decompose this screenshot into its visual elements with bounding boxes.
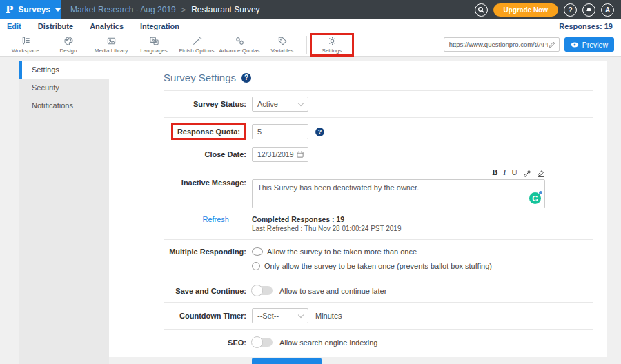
close-date-label: Close Date: <box>164 150 246 159</box>
surveys-menu[interactable]: P Surveys <box>0 0 61 19</box>
toolbar-item-finish-options[interactable]: Finish Options <box>175 36 218 54</box>
bold-button[interactable]: B <box>492 168 497 178</box>
save-continue-toggle[interactable] <box>252 286 273 295</box>
radio-option-once[interactable]: Only allow the survey to be taken once (… <box>252 262 492 270</box>
seo-row: SEO: Allow search engine indexing <box>164 330 593 355</box>
chevron-down-icon <box>298 312 304 317</box>
questionpro-logo: P <box>6 3 13 16</box>
tab-edit[interactable]: Edit <box>7 22 21 30</box>
settings-highlight-box: Settings <box>310 33 354 57</box>
seo-label: SEO: <box>164 338 246 347</box>
countdown-timer-row: Countdown Timer: --Set-- Minutes <box>164 303 593 330</box>
close-date-row: Close Date: 12/31/2019 <box>164 144 593 168</box>
sidebar-item-security[interactable]: Security <box>19 79 109 97</box>
grammarly-icon[interactable]: G <box>529 192 541 204</box>
remove-format-icon[interactable] <box>537 170 545 178</box>
page-title: Survey Settings <box>164 72 236 83</box>
sidebar-item-notifications[interactable]: Notifications <box>19 97 109 114</box>
edit-url-pencil-icon[interactable] <box>548 41 556 49</box>
countdown-timer-label: Countdown Timer: <box>164 312 246 320</box>
responses-count[interactable]: Responses: 19 <box>559 22 613 30</box>
finish-options-wand-icon <box>192 36 202 46</box>
toolbar-item-languages[interactable]: Languages <box>132 36 175 54</box>
survey-url-field[interactable]: https://www.questionpro.com/t/APNrfZ <box>444 37 560 52</box>
advance-quotas-icon <box>235 36 245 46</box>
edit-toolbar: Workspace Design Media Library Languages… <box>0 33 621 57</box>
help-button[interactable]: ? <box>564 3 577 17</box>
languages-icon <box>149 36 159 46</box>
response-quota-highlight-box: Response Quota: <box>171 123 246 140</box>
completed-responses-text: Completed Responses : 19 <box>252 215 344 223</box>
variables-tag-icon <box>277 36 288 46</box>
inactive-message-row: Inactive Message: B I U G <box>164 168 593 214</box>
breadcrumb: Market Research - Aug 2019 > Restaurant … <box>70 5 260 14</box>
multiple-responding-label: Multiple Responding: <box>164 247 246 256</box>
search-icon <box>477 6 485 14</box>
radio-selected-icon[interactable] <box>252 247 263 256</box>
multiple-responding-row: Multiple Responding: Allow the survey to… <box>164 240 593 279</box>
save-continue-label: Save and Continue: <box>164 287 246 295</box>
toolbar-item-variables[interactable]: Variables <box>261 36 304 54</box>
title-help-icon[interactable]: ? <box>241 73 251 83</box>
link-icon[interactable] <box>523 170 531 178</box>
tab-integration[interactable]: Integration <box>140 22 179 30</box>
format-toolbar: B I U <box>252 168 545 178</box>
settings-gear-icon <box>327 36 337 46</box>
underline-button[interactable]: U <box>511 168 518 178</box>
countdown-timer-select[interactable]: --Set-- <box>252 308 308 323</box>
tab-analytics[interactable]: Analytics <box>90 22 124 30</box>
toolbar-divider <box>306 36 307 54</box>
radio-unselected-icon[interactable] <box>252 262 260 270</box>
save-changes-button[interactable]: Save Changes <box>252 358 322 364</box>
response-quota-label: Response Quota: <box>177 128 240 136</box>
toolbar-item-advance-quotas[interactable]: Advance Quotas <box>218 36 261 54</box>
refresh-link[interactable]: Refresh <box>202 215 229 223</box>
close-date-input[interactable]: 12/31/2019 <box>252 147 308 162</box>
dropdown-caret-icon <box>55 8 61 12</box>
quota-help-icon[interactable]: ? <box>315 128 324 136</box>
survey-status-row: Survey Status: Active <box>164 91 593 118</box>
survey-url-text: https://www.questionpro.com/t/APNrfZ <box>449 41 548 48</box>
calendar-icon <box>296 150 304 159</box>
nav-tabs: Edit Distribute Analytics Integration Re… <box>0 19 621 33</box>
survey-status-label: Survey Status: <box>164 100 246 108</box>
save-continue-row: Save and Continue: Allow to save and con… <box>164 279 593 303</box>
toolbar-item-settings[interactable]: Settings <box>314 36 350 54</box>
toolbar-item-workspace[interactable]: Workspace <box>4 36 47 54</box>
chevron-down-icon <box>298 100 304 105</box>
settings-sidebar: Settings Security Notifications <box>19 61 109 364</box>
preview-button[interactable]: Preview <box>564 37 614 52</box>
top-bar: P Surveys Market Research - Aug 2019 > R… <box>0 0 621 19</box>
response-quota-input[interactable] <box>252 124 308 139</box>
search-button[interactable] <box>475 3 488 17</box>
bell-icon <box>585 6 593 14</box>
survey-status-select[interactable]: Active <box>252 97 308 112</box>
breadcrumb-separator: > <box>181 6 186 14</box>
toolbar-item-media-library[interactable]: Media Library <box>90 36 132 54</box>
toolbar-item-design[interactable]: Design <box>47 36 90 54</box>
media-library-icon <box>106 36 117 46</box>
notifications-button[interactable] <box>582 3 595 17</box>
radio-option-multiple[interactable]: Allow the survey to be taken more than o… <box>252 247 417 256</box>
eye-icon <box>571 41 579 48</box>
settings-panel: Survey Settings ? Survey Status: Active … <box>109 61 607 357</box>
refresh-row: Refresh Completed Responses : 19 Last Re… <box>164 214 593 240</box>
tab-distribute[interactable]: Distribute <box>38 22 73 30</box>
workspace-icon <box>21 36 31 46</box>
countdown-minutes-text: Minutes <box>315 312 342 320</box>
last-refreshed-text: Last Refreshed : Thu Nov 28 01:00:24 PST… <box>252 225 401 232</box>
response-quota-row: Response Quota: ? <box>164 118 593 144</box>
italic-button[interactable]: I <box>503 168 506 178</box>
breadcrumb-current: Restaurant Survey <box>191 5 259 14</box>
product-name: Surveys <box>18 5 50 14</box>
breadcrumb-parent[interactable]: Market Research - Aug 2019 <box>70 5 176 14</box>
inactive-message-textarea[interactable] <box>252 179 545 208</box>
upgrade-now-button[interactable]: Upgrade Now <box>493 3 558 17</box>
sidebar-item-settings[interactable]: Settings <box>19 61 109 79</box>
seo-toggle[interactable] <box>252 338 273 347</box>
avatar[interactable]: A <box>601 3 614 17</box>
inactive-message-label: Inactive Message: <box>164 168 246 187</box>
design-palette-icon <box>63 36 74 46</box>
